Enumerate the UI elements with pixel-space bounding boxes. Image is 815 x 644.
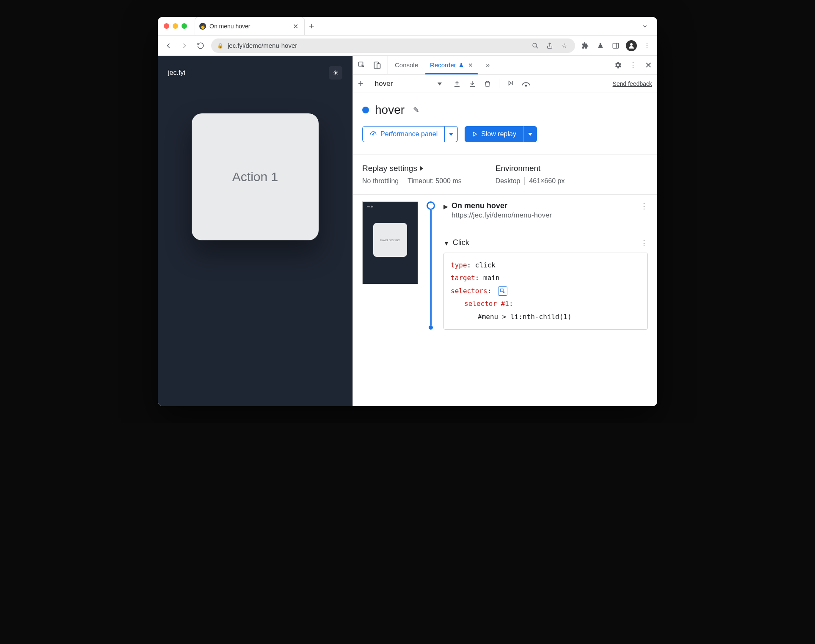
labs-icon[interactable] <box>595 41 606 51</box>
kebab-menu-icon[interactable]: ⋮ <box>628 61 638 70</box>
step-menu-icon[interactable]: ⋮ <box>640 201 648 211</box>
extensions-icon[interactable] <box>580 41 590 51</box>
viewport-value: 461×660 px <box>529 177 564 185</box>
recording-title: hover <box>375 103 405 117</box>
settings-icon[interactable] <box>613 61 622 70</box>
tab-console[interactable]: Console <box>390 56 423 74</box>
tab-title: On menu hover <box>209 23 289 30</box>
recording-selector-name: hover <box>373 80 432 88</box>
performance-panel-button-group: Performance panel <box>362 126 458 142</box>
reload-button[interactable] <box>195 40 206 51</box>
svg-rect-8 <box>377 63 380 68</box>
svg-marker-14 <box>474 132 477 136</box>
devtools-panel: Console Recorder ✕ » ⋮ ✕ + hover <box>352 56 657 406</box>
timeline-node-icon <box>429 325 433 330</box>
step-title: On menu hover <box>452 201 552 210</box>
edit-title-icon[interactable]: ✎ <box>413 105 419 115</box>
add-recording-button[interactable]: + <box>358 78 368 89</box>
step-click-title: Click <box>453 238 469 247</box>
gauge-icon <box>369 130 377 138</box>
step-thumbnail: jec.fyi Hover over me! <box>362 201 418 284</box>
forward-button[interactable] <box>179 40 190 51</box>
close-tab-icon[interactable]: ✕ <box>468 62 473 69</box>
timeout-value: Timeout: 5000 ms <box>408 177 461 185</box>
step-navigation[interactable]: ▶ On menu hover https://jec.fyi/demo/men… <box>443 201 648 220</box>
expand-step-icon[interactable]: ▶ <box>443 203 448 210</box>
chrome-menu-icon[interactable]: ⋮ <box>642 41 652 51</box>
step-menu-icon[interactable]: ⋮ <box>640 238 648 248</box>
titlebar: 🧑 On menu hover ✕ + <box>158 17 657 36</box>
card-label: Action 1 <box>232 170 278 184</box>
minimize-window-button[interactable] <box>173 23 178 29</box>
svg-rect-3 <box>613 43 619 48</box>
tab-recorder[interactable]: Recorder ✕ <box>425 56 478 74</box>
performance-panel-dropdown[interactable] <box>445 126 458 142</box>
page-logo[interactable]: jec.fyi <box>168 69 185 77</box>
theme-toggle-button[interactable]: ☀ <box>329 66 342 80</box>
pick-selector-icon[interactable] <box>498 286 507 296</box>
step-over-icon[interactable] <box>521 79 531 88</box>
replay-settings-heading[interactable]: Replay settings <box>362 164 462 173</box>
zoom-icon[interactable] <box>530 41 540 51</box>
browser-tab[interactable]: 🧑 On menu hover ✕ <box>195 17 305 35</box>
svg-marker-9 <box>509 81 511 85</box>
back-button[interactable] <box>163 40 174 51</box>
maximize-window-button[interactable] <box>182 23 187 29</box>
omnibox[interactable]: 🔒 jec.fyi/demo/menu-hover ☆ <box>211 39 575 53</box>
favicon-icon: 🧑 <box>199 23 206 30</box>
recorder-body: hover ✎ Performance panel Sl <box>353 93 657 406</box>
performance-panel-button[interactable]: Performance panel <box>362 126 445 142</box>
lock-icon: 🔒 <box>217 43 223 49</box>
environment-heading: Environment <box>496 164 565 173</box>
content-area: jec.fyi ☀ Action 1 Console Recorder ✕ » <box>158 56 657 406</box>
svg-point-12 <box>373 134 374 135</box>
close-tab-icon[interactable]: ✕ <box>293 22 298 30</box>
svg-line-13 <box>373 132 374 134</box>
send-feedback-link[interactable]: Send feedback <box>613 80 652 87</box>
svg-line-1 <box>536 47 538 48</box>
action-card[interactable]: Action 1 <box>192 113 319 240</box>
selector-value: #menu > li:nth-child(1) <box>451 311 641 323</box>
environment-section: Environment Desktop 461×660 px <box>496 164 565 185</box>
rendered-page: jec.fyi ☀ Action 1 <box>158 56 352 406</box>
svg-point-11 <box>525 85 526 86</box>
new-tab-button[interactable]: + <box>309 21 314 32</box>
close-window-button[interactable] <box>164 23 169 29</box>
more-tabs-icon[interactable]: » <box>483 61 493 70</box>
thumb-card-label: Hover over me! <box>373 223 407 257</box>
expand-icon <box>420 166 423 171</box>
flask-icon <box>459 62 464 68</box>
recorder-toolbar: + hover Send feedback <box>353 74 657 93</box>
play-icon <box>472 131 478 137</box>
import-icon[interactable] <box>452 79 462 88</box>
step-play-icon[interactable] <box>506 79 515 88</box>
sidepanel-icon[interactable] <box>611 41 621 51</box>
recording-status-dot-icon <box>362 107 369 113</box>
thumb-logo: jec.fyi <box>365 204 415 208</box>
url-text: jec.fyi/demo/menu-hover <box>228 42 526 49</box>
address-bar: 🔒 jec.fyi/demo/menu-hover ☆ ⋮ <box>158 36 657 56</box>
close-devtools-icon[interactable]: ✕ <box>644 61 653 70</box>
slow-replay-button[interactable]: Slow replay <box>465 126 523 142</box>
inspect-element-icon[interactable] <box>357 61 366 70</box>
recording-selector-dropdown-icon[interactable] <box>438 81 447 87</box>
delete-icon[interactable] <box>483 79 492 88</box>
throttle-value: No throttling <box>362 177 399 185</box>
export-icon[interactable] <box>468 79 477 88</box>
star-icon[interactable]: ☆ <box>559 41 569 51</box>
profile-avatar[interactable] <box>626 40 637 51</box>
step-click[interactable]: ▼ Click ⋮ <box>443 238 648 248</box>
share-icon[interactable] <box>545 41 555 51</box>
step-details-code: type: click target: main selectors: sele… <box>443 253 648 330</box>
replay-speed-dropdown[interactable] <box>523 126 537 142</box>
replay-settings-section: Replay settings No throttling Timeout: 5… <box>362 164 462 185</box>
svg-point-5 <box>630 43 633 46</box>
window-controls <box>164 23 187 29</box>
tab-list-dropdown-icon[interactable] <box>639 22 651 31</box>
browser-window: 🧑 On menu hover ✕ + 🔒 jec.fyi/demo/menu-… <box>158 17 657 406</box>
step-url: https://jec.fyi/demo/menu-hover <box>452 211 552 220</box>
device-value: Desktop <box>496 177 520 185</box>
collapse-step-icon[interactable]: ▼ <box>443 240 449 247</box>
timeline-node-icon <box>427 201 435 210</box>
device-mode-icon[interactable] <box>372 61 382 70</box>
